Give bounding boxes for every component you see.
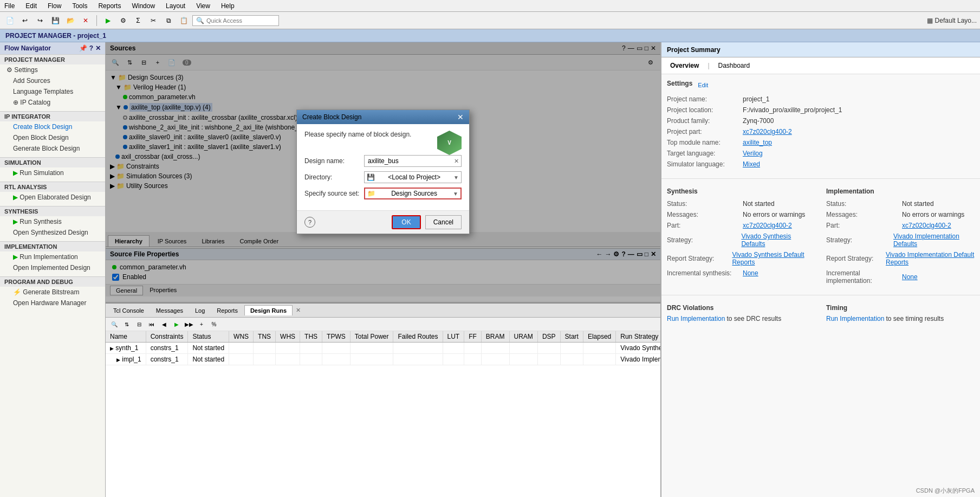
sidebar-item-run-synthesis[interactable]: ▶ Run Synthesis [0, 216, 105, 227]
prop-value-link[interactable]: None [743, 269, 758, 277]
prop-value-link[interactable]: Mixed [743, 160, 760, 168]
tab-overview[interactable]: Overview [667, 61, 702, 70]
copy-button[interactable]: ⧉ [162, 14, 175, 27]
prop-value-link[interactable]: Vivado Synthesis Defaults [741, 233, 815, 248]
run-implementation-timing-link[interactable]: Run Implementation [826, 315, 884, 322]
sidebar-item-open-block-design[interactable]: Open Block Design [0, 132, 105, 143]
design-name-input[interactable] [368, 157, 447, 165]
row-constraints: constrs_1 [146, 354, 188, 365]
menu-edit[interactable]: Edit [23, 1, 39, 11]
runs-add-btn[interactable]: + [196, 319, 207, 329]
help-icon[interactable]: ? [89, 44, 93, 52]
runs-percent-btn[interactable]: % [209, 319, 219, 329]
close-sidebar-icon[interactable]: ✕ [95, 44, 101, 52]
prop-target-language: Target language: Verilog [667, 148, 975, 159]
sidebar-item-open-elaborated[interactable]: ▶ Open Elaborated Design [0, 192, 105, 203]
prop-value-link[interactable]: xc7z020clg400-2 [743, 128, 792, 135]
run-button[interactable]: ▶ [101, 14, 114, 27]
run-implementation-drc-link[interactable]: Run Implementation [667, 315, 725, 322]
close-button[interactable]: ✕ [79, 14, 92, 27]
settings-edit-link[interactable]: Edit [698, 82, 708, 88]
prop-label: Strategy: [667, 236, 741, 244]
right-panel: Project Summary Overview | Dashboard Set… [660, 42, 980, 497]
prop-value-link[interactable]: axilite_top [743, 139, 772, 146]
undo-button[interactable]: ↩ [18, 14, 31, 27]
prop-value-link[interactable]: Vivado Implementation Default Reports [886, 251, 975, 266]
sidebar-item-run-implementation[interactable]: ▶ Run Implementation [0, 251, 105, 262]
center-panel: Sources ? — ▭ □ ✕ 🔍 ⇅ ⊟ + 📄 [106, 42, 660, 497]
layout-selector[interactable]: ▦ Default Layo... [927, 17, 977, 24]
paste-button[interactable]: 📋 [177, 14, 190, 27]
dialog-ok-button[interactable]: OK [392, 215, 420, 229]
cut-button[interactable]: ✂ [147, 14, 160, 27]
menu-file[interactable]: File [2, 1, 17, 11]
bottom-tab-tcl[interactable]: Tcl Console [108, 306, 150, 315]
impl-incremental: Incremental implementation: None [826, 268, 975, 286]
menu-help[interactable]: Help [219, 1, 237, 11]
prop-label: Strategy: [826, 236, 893, 244]
sidebar-item-ip-catalog[interactable]: ⊕ IP Catalog [0, 97, 105, 108]
menu-tools[interactable]: Tools [70, 1, 89, 11]
table-row[interactable]: ▶ impl_1 constrs_1 Not started [106, 354, 660, 365]
sigma-button[interactable]: Σ [132, 14, 145, 27]
design-name-clear-btn[interactable]: ✕ [454, 158, 459, 165]
prop-value-link[interactable]: None [902, 273, 918, 281]
runs-next-btn[interactable]: ▶▶ [184, 319, 194, 329]
menu-window[interactable]: Window [129, 1, 157, 11]
sidebar-item-language-templates[interactable]: Language Templates [0, 86, 105, 97]
prop-label: Project part: [667, 128, 743, 135]
prop-value-link[interactable]: xc7z020clg400-2 [902, 222, 951, 229]
sidebar-item-run-simulation[interactable]: ▶ Run Simulation [0, 167, 105, 178]
prop-value-link[interactable]: xc7z020clg400-2 [743, 222, 792, 229]
sidebar-section-project-manager: PROJECT MANAGER [0, 54, 105, 64]
new-file-button[interactable]: 📄 [3, 14, 16, 27]
redo-button[interactable]: ↪ [34, 14, 47, 27]
table-row[interactable]: ▶ synth_1 constrs_1 Not started [106, 343, 660, 354]
menu-layout[interactable]: Layout [164, 1, 187, 11]
prop-value-link[interactable]: Verilog [743, 150, 763, 157]
drc-desc: to see DRC results [726, 315, 781, 322]
bottom-tab-messages[interactable]: Messages [151, 306, 189, 315]
source-set-select[interactable]: 📁 Design Sources ▼ [364, 188, 462, 199]
right-panel-header: Project Summary [661, 42, 980, 57]
col-failed-routes: Failed Routes [393, 331, 443, 343]
sidebar-item-settings[interactable]: ⚙ Settings [0, 64, 105, 75]
sidebar-item-create-block-design[interactable]: Create Block Design [0, 121, 105, 132]
settings-button[interactable]: ⚙ [116, 14, 129, 27]
runs-play-btn[interactable]: ▶ [171, 319, 182, 329]
pin-icon[interactable]: 📌 [79, 44, 87, 52]
tab-dashboard[interactable]: Dashboard [715, 61, 754, 70]
sidebar-item-generate-bitstream[interactable]: ⚡ Generate Bitstream [0, 287, 105, 298]
runs-prev-btn[interactable]: ◀ [159, 319, 170, 329]
dialog-help-button[interactable]: ? [304, 217, 315, 228]
save-button[interactable]: 💾 [49, 14, 62, 27]
menu-reports[interactable]: Reports [96, 1, 123, 11]
bottom-tab-close-icon[interactable]: ✕ [296, 307, 301, 314]
bottom-tab-reports[interactable]: Reports [211, 306, 243, 315]
dialog-cancel-button[interactable]: Cancel [425, 215, 462, 229]
runs-first-btn[interactable]: ⏮ [146, 319, 157, 329]
runs-table-body: ▶ synth_1 constrs_1 Not started [106, 343, 660, 365]
prop-label: Product family: [667, 117, 743, 125]
directory-select[interactable]: 💾 <Local to Project> ▼ [364, 171, 462, 183]
menu-flow[interactable]: Flow [46, 1, 63, 11]
sidebar-item-open-synthesized[interactable]: Open Synthesized Design [0, 227, 105, 238]
sidebar-item-open-hardware-manager[interactable]: Open Hardware Manager [0, 298, 105, 308]
col-ths: THS [300, 331, 322, 343]
sidebar-item-open-implemented[interactable]: Open Implemented Design [0, 262, 105, 273]
dialog-close-button[interactable]: ✕ [457, 113, 464, 121]
prop-value-link[interactable]: Vivado Implementation Defaults [893, 233, 975, 248]
menu-view[interactable]: View [194, 1, 212, 11]
col-run-strategy: Run Strategy [616, 331, 660, 343]
bottom-tab-log[interactable]: Log [190, 306, 210, 315]
col-elapsed: Elapsed [583, 331, 615, 343]
search-input[interactable] [206, 17, 271, 24]
open-button[interactable]: 📂 [64, 14, 77, 27]
sidebar-item-add-sources[interactable]: Add Sources [0, 75, 105, 86]
runs-search-btn[interactable]: 🔍 [109, 319, 120, 329]
prop-value-link[interactable]: Vivado Synthesis Default Reports [732, 251, 815, 266]
sidebar-item-generate-block-design[interactable]: Generate Block Design [0, 143, 105, 154]
bottom-tab-design-runs[interactable]: Design Runs [244, 305, 293, 315]
runs-collapse-btn[interactable]: ⊟ [134, 319, 145, 329]
runs-filter-btn[interactable]: ⇅ [121, 319, 132, 329]
